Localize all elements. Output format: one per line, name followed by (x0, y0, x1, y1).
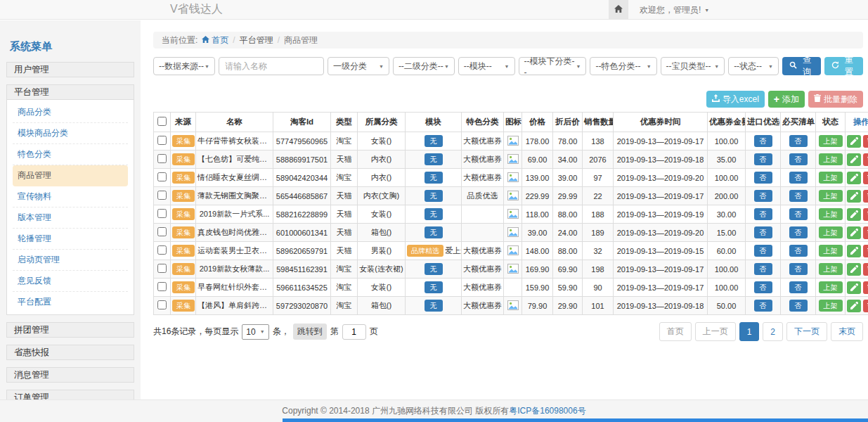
home-button[interactable] (609, 0, 628, 20)
module-badge[interactable]: 无 (425, 300, 443, 312)
edit-button[interactable] (847, 226, 861, 239)
status-select[interactable]: --状态--▼ (728, 57, 779, 75)
status-toggle[interactable]: 上架 (819, 263, 843, 275)
import-select-toggle[interactable]: 否 (754, 190, 772, 202)
sidebar-item-version-management[interactable]: 版本管理 (13, 207, 128, 229)
edit-button[interactable] (847, 172, 861, 184)
edit-button[interactable] (847, 153, 861, 166)
page-button-next[interactable]: 下一页 (786, 322, 827, 341)
sidebar-item-carousel-management[interactable]: 轮播管理 (13, 229, 128, 250)
status-toggle[interactable]: 上架 (819, 245, 843, 257)
module-subcategory-select[interactable]: --模块下分类--▼ (519, 57, 587, 75)
page-button-page-2[interactable]: 2 (763, 322, 783, 341)
delete-button[interactable] (863, 226, 868, 239)
delete-button[interactable] (863, 263, 868, 276)
data-source-select[interactable]: --数据来源--▼ (153, 57, 215, 75)
delete-button[interactable] (863, 208, 868, 221)
module-badge[interactable]: 无 (425, 281, 443, 293)
breadcrumb-home-link[interactable]: 首页 (202, 34, 228, 46)
delete-button[interactable] (863, 300, 868, 312)
sidebar-item-product-category[interactable]: 商品分类 (13, 102, 128, 123)
status-toggle[interactable]: 上架 (819, 281, 843, 293)
edit-button[interactable] (847, 208, 861, 221)
import-select-toggle[interactable]: 否 (754, 208, 772, 220)
query-button[interactable]: 查询 (782, 57, 821, 75)
sidebar-item-feedback[interactable]: 意见反馈 (13, 271, 128, 292)
module-badge[interactable]: 无 (425, 226, 443, 238)
row-checkbox[interactable] (157, 264, 167, 273)
status-toggle[interactable]: 上架 (819, 226, 843, 238)
delete-button[interactable] (863, 135, 868, 148)
sidebar-item-promo-material[interactable]: 宣传物料 (13, 186, 128, 207)
page-button-page-1[interactable]: 1 (739, 322, 760, 341)
row-checkbox[interactable] (157, 245, 167, 255)
feature-category-select[interactable]: --特色分类--▼ (590, 57, 656, 75)
level1-category-select[interactable]: 一级分类▼ (328, 57, 389, 75)
sidebar-group-group-buy-management[interactable]: 拼团管理 (6, 322, 134, 338)
must-buy-toggle[interactable]: 否 (789, 263, 808, 275)
page-button-last[interactable]: 末页 (831, 322, 863, 341)
edit-button[interactable] (847, 300, 861, 312)
status-toggle[interactable]: 上架 (819, 135, 843, 147)
import-excel-button[interactable]: 导入excel (706, 91, 765, 108)
row-checkbox[interactable] (157, 300, 167, 309)
module-badge[interactable]: 无 (425, 153, 443, 165)
status-toggle[interactable]: 上架 (819, 208, 843, 220)
sidebar-group-order-management[interactable]: 订单管理 (6, 390, 134, 399)
edit-button[interactable] (847, 245, 861, 257)
import-select-toggle[interactable]: 否 (754, 226, 772, 238)
status-toggle[interactable]: 上架 (819, 172, 843, 184)
import-select-toggle[interactable]: 否 (754, 245, 772, 257)
must-buy-toggle[interactable]: 否 (789, 135, 808, 147)
delete-button[interactable] (863, 172, 868, 184)
status-toggle[interactable]: 上架 (819, 300, 843, 312)
must-buy-toggle[interactable]: 否 (789, 245, 808, 257)
module-badge[interactable]: 无 (425, 263, 443, 275)
import-select-toggle[interactable]: 否 (754, 172, 772, 184)
reset-button[interactable]: 重置 (824, 57, 863, 75)
row-checkbox[interactable] (157, 282, 167, 291)
user-menu[interactable]: 欢迎您，管理员! ▼ (640, 4, 709, 16)
sidebar-group-user-management[interactable]: 用户管理 (6, 62, 134, 77)
must-buy-toggle[interactable]: 否 (789, 208, 808, 220)
module-select[interactable]: --模块--▼ (458, 57, 515, 75)
status-toggle[interactable]: 上架 (819, 190, 843, 202)
sidebar-item-feature-category[interactable]: 特色分类 (13, 144, 128, 165)
select-all-checkbox[interactable] (157, 117, 167, 126)
module-badge[interactable]: 无 (425, 172, 443, 184)
add-button[interactable]: + 添加 (768, 91, 805, 108)
row-checkbox[interactable] (157, 191, 167, 200)
sidebar-item-product-management[interactable]: 商品管理 (13, 165, 128, 186)
row-checkbox[interactable] (157, 172, 167, 181)
status-toggle[interactable]: 上架 (819, 153, 843, 165)
edit-button[interactable] (847, 135, 861, 148)
module-badge[interactable]: 品牌精选 (407, 245, 443, 257)
import-select-toggle[interactable]: 否 (754, 263, 772, 275)
row-checkbox[interactable] (157, 209, 167, 218)
batch-delete-button[interactable]: 批量删除 (808, 91, 863, 108)
must-buy-toggle[interactable]: 否 (789, 153, 808, 165)
delete-button[interactable] (863, 245, 868, 257)
module-badge[interactable]: 无 (425, 208, 443, 220)
sidebar-group-message-management[interactable]: 消息管理 (6, 367, 134, 383)
import-select-toggle[interactable]: 否 (754, 135, 772, 147)
must-buy-toggle[interactable]: 否 (789, 281, 808, 293)
delete-button[interactable] (863, 281, 868, 294)
delete-button[interactable] (863, 153, 868, 166)
module-badge[interactable]: 无 (425, 135, 443, 147)
module-badge[interactable]: 无 (425, 190, 443, 202)
import-select-toggle[interactable]: 否 (754, 153, 772, 165)
edit-button[interactable] (847, 190, 861, 203)
delete-button[interactable] (863, 190, 868, 203)
per-page-select[interactable]: 10 ▼ (242, 324, 268, 340)
sidebar-item-platform-config[interactable]: 平台配置 (13, 292, 128, 312)
must-buy-toggle[interactable]: 否 (789, 300, 808, 312)
jump-button[interactable]: 跳转到 (293, 324, 327, 340)
edit-button[interactable] (847, 263, 861, 276)
row-checkbox[interactable] (157, 136, 167, 145)
must-buy-toggle[interactable]: 否 (789, 190, 808, 202)
sidebar-group-platform-management[interactable]: 平台管理 (6, 84, 134, 100)
item-type-select[interactable]: --宝贝类型--▼ (661, 57, 725, 75)
sidebar-group-saving-express-news[interactable]: 省惠快报 (6, 345, 134, 360)
import-select-toggle[interactable]: 否 (754, 300, 772, 312)
